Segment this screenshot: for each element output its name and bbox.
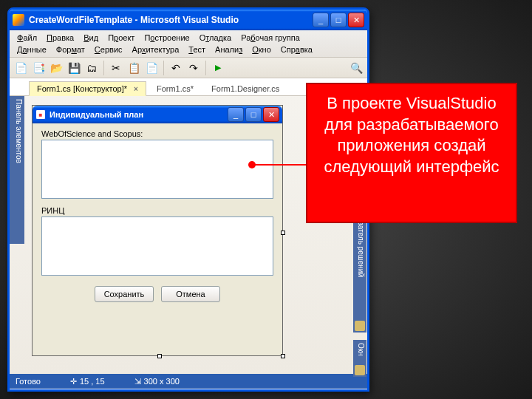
status-size: ⇲ 300 x 300 (134, 377, 180, 386)
callout-connector (253, 164, 312, 166)
menu-team[interactable]: Рабочая группа (236, 32, 304, 44)
undo-icon[interactable]: ↶ (168, 60, 184, 76)
menu-arch[interactable]: Архитектура (128, 44, 184, 55)
tab-form-designer[interactable]: Form1.cs [Конструктор]* × (29, 81, 146, 96)
form-minimize-button[interactable]: _ (228, 107, 244, 122)
vs-icon (13, 14, 24, 26)
resize-handle-icon[interactable] (281, 231, 285, 235)
menu-format[interactable]: Формат (52, 44, 89, 55)
menu-test[interactable]: Тест (184, 44, 210, 55)
tab-form-designer-cs[interactable]: Form1.Designer.cs (204, 82, 287, 95)
label-wos-scopus[interactable]: WebOfScience and Scopus: (41, 129, 273, 138)
toolbar: 📄 📑 📂 💾 🗂 ✂ 📋 📄 ↶ ↷ ▶ 🔍 (10, 58, 367, 78)
menu-project[interactable]: Проект (103, 32, 139, 44)
vs-titlebar[interactable]: CreateWordFileTemplate - Microsoft Visua… (10, 10, 367, 30)
status-ready: Готово (16, 377, 41, 386)
form-body: WebOfScience and Scopus: РИНЦ Сохранить … (33, 123, 282, 308)
minimize-button[interactable]: _ (313, 13, 329, 27)
status-position: ✛ 15 , 15 (70, 377, 105, 386)
toolbox-panel[interactable]: Панель элементов (10, 96, 24, 244)
menu-analyze[interactable]: Анализ (211, 44, 247, 55)
form-icon: ■ (35, 109, 46, 120)
save-all-icon[interactable]: 🗂 (83, 60, 100, 76)
toolbar-separator (103, 61, 104, 75)
close-button[interactable]: ✕ (348, 13, 364, 27)
resize-handle-icon[interactable] (157, 354, 162, 358)
position-icon: ✛ (70, 377, 77, 386)
tab-close-icon[interactable]: × (134, 85, 138, 93)
form-titlebar: ■ Индивидуальный план _ □ ✕ (33, 106, 282, 123)
menu-file[interactable]: Файл (13, 32, 41, 44)
menu-view[interactable]: Вид (79, 32, 103, 44)
save-button[interactable]: Сохранить (95, 286, 154, 302)
menu-debug[interactable]: Отладка (195, 32, 236, 44)
save-icon[interactable]: 💾 (66, 60, 82, 76)
menu-window[interactable]: Окно (248, 44, 276, 55)
paste-icon[interactable]: 📄 (143, 60, 160, 76)
panel-label: еватель решений (357, 217, 365, 277)
tab-label: Form1.cs [Конструктор]* (37, 84, 127, 93)
open-icon[interactable]: 📂 (48, 60, 64, 76)
tab-form-cs[interactable]: Form1.cs* (149, 82, 201, 95)
toolbar-separator (205, 61, 206, 75)
new-project-icon[interactable]: 📄 (13, 60, 29, 76)
window-title: CreateWordFileTemplate - Microsoft Visua… (29, 15, 313, 25)
solution-explorer-panel[interactable]: еватель решений (353, 214, 366, 332)
menubar: Файл Правка Вид Проект Построение Отладк… (10, 30, 367, 58)
size-value: 300 x 300 (144, 377, 180, 386)
position-value: 15 , 15 (80, 377, 105, 386)
statusbar: Готово ✛ 15 , 15 ⇲ 300 x 300 (10, 374, 367, 389)
maximize-button[interactable]: □ (330, 13, 347, 27)
panel-label: Панель элементов (15, 99, 23, 163)
cancel-button[interactable]: Отмена (161, 286, 220, 302)
textbox-wos-scopus[interactable] (41, 140, 273, 199)
callout-dot-icon (248, 161, 256, 168)
cut-icon[interactable]: ✂ (108, 60, 124, 76)
menu-tools[interactable]: Сервис (90, 44, 127, 55)
form-title: Индивидуальный план (50, 110, 228, 119)
pin-icon[interactable] (355, 365, 365, 375)
pin-icon[interactable] (355, 321, 365, 331)
winforms-designer-form[interactable]: ■ Индивидуальный план _ □ ✕ WebOfScience… (32, 105, 283, 356)
menu-build[interactable]: Построение (140, 32, 194, 44)
label-rinc[interactable]: РИНЦ (41, 206, 273, 215)
toolbar-separator (163, 61, 164, 75)
properties-panel[interactable]: Окн (353, 340, 366, 377)
redo-icon[interactable]: ↷ (185, 60, 202, 76)
callout-text: В проекте VisualStudio для разрабатываем… (324, 94, 499, 176)
size-icon: ⇲ (134, 377, 141, 386)
add-item-icon[interactable]: 📑 (30, 60, 47, 76)
menu-edit[interactable]: Правка (42, 32, 78, 44)
copy-icon[interactable]: 📋 (126, 60, 142, 76)
menu-help[interactable]: Справка (276, 44, 317, 55)
start-debug-icon[interactable]: ▶ (210, 60, 226, 76)
resize-handle-icon[interactable] (281, 354, 285, 358)
form-close-button[interactable]: ✕ (263, 107, 279, 122)
form-maximize-button[interactable]: □ (245, 107, 262, 122)
tab-label: Form1.cs* (157, 84, 194, 93)
tab-label: Form1.Designer.cs (211, 84, 279, 93)
annotation-callout: В проекте VisualStudio для разрабатываем… (306, 83, 517, 223)
find-icon[interactable]: 🔍 (348, 60, 364, 76)
menu-data[interactable]: Данные (13, 44, 51, 55)
panel-label: Окн (357, 343, 365, 356)
textbox-rinc[interactable] (41, 216, 273, 276)
